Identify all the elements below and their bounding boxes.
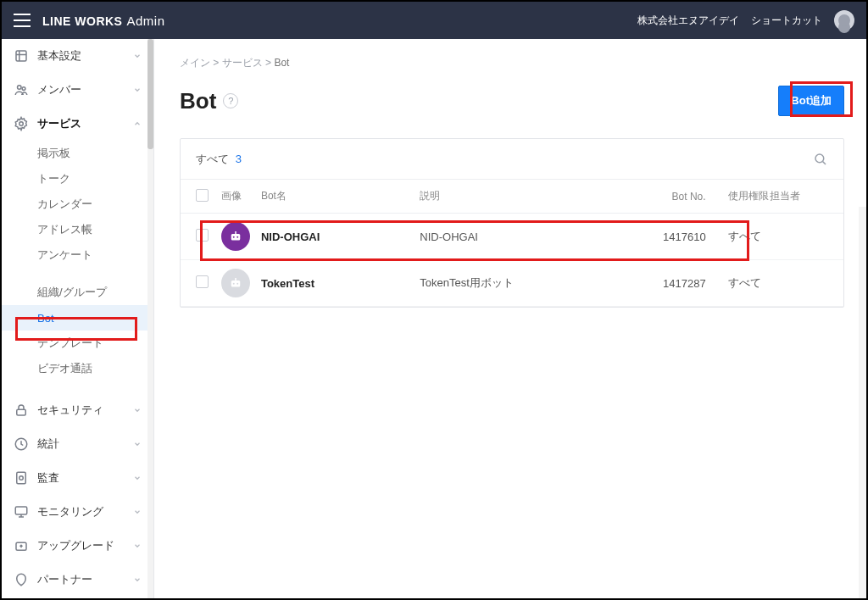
chevron-down-icon [133, 440, 142, 448]
company-name: 株式会社エヌアイデイ [637, 14, 739, 28]
bot-perm: すべて [706, 275, 770, 291]
lock-icon [14, 403, 29, 418]
bot-name: NID-OHGAI [261, 231, 420, 243]
col-image: 画像 [221, 189, 261, 203]
page-title: Bot [180, 88, 216, 114]
clock-icon [14, 436, 29, 452]
svg-rect-15 [231, 281, 240, 287]
sidebar-sub-template[interactable]: テンプレート [2, 331, 153, 356]
chevron-down-icon [133, 542, 142, 550]
col-no: Bot No. [646, 191, 706, 203]
breadcrumb-current: Bot [274, 57, 289, 69]
bot-name: TokenTest [261, 277, 420, 290]
svg-point-1 [18, 86, 22, 90]
main-content: メイン > サービス > Bot Bot ? Bot追加 すべて 3 [154, 39, 866, 598]
svg-point-10 [815, 154, 824, 163]
bot-no: 1417287 [646, 277, 706, 290]
select-all-checkbox[interactable] [196, 189, 209, 202]
app-header: LINE WORKS Admin 株式会社エヌアイデイ ショートカット [2, 2, 866, 39]
sidebar-item-stats[interactable]: 統計 [2, 427, 153, 461]
svg-point-3 [19, 122, 24, 126]
breadcrumb-item[interactable]: メイン [180, 57, 210, 69]
table-header: 画像 Bot名 説明 Bot No. 使用権限 担当者 [181, 180, 843, 214]
chevron-down-icon [133, 474, 142, 482]
settings-basic-icon [14, 48, 29, 64]
sidebar-sub-video[interactable]: ビデオ通話 [2, 356, 153, 381]
sidebar-item-basic[interactable]: 基本設定 [2, 39, 153, 73]
shortcut-link[interactable]: ショートカット [751, 14, 822, 28]
brand-sub: Admin [126, 14, 164, 28]
filter-all[interactable]: すべて 3 [196, 152, 242, 167]
svg-rect-8 [15, 507, 27, 514]
brand: LINE WORKS Admin [42, 14, 164, 28]
brand-main: LINE WORKS [42, 14, 122, 28]
svg-point-13 [236, 236, 238, 238]
search-icon[interactable] [813, 152, 828, 167]
sidebar-sub-talk[interactable]: トーク [2, 166, 153, 192]
row-checkbox[interactable] [196, 229, 209, 242]
members-icon [14, 82, 29, 97]
sidebar-item-audit[interactable]: 監査 [2, 461, 153, 495]
svg-rect-14 [235, 231, 236, 234]
bot-list-panel: すべて 3 画像 Bot名 説明 Bot No. 使用権限 担当者 [180, 138, 844, 308]
chevron-down-icon [133, 575, 142, 584]
help-icon[interactable]: ? [223, 93, 238, 108]
sidebar-sub-bot[interactable]: Bot [2, 305, 153, 331]
bot-desc: TokenTest用ボット [420, 275, 645, 291]
monitor-icon [14, 504, 29, 519]
gear-icon [14, 116, 29, 131]
col-perm: 使用権限 [706, 189, 770, 203]
sidebar: 基本設定 メンバー サービス 掲示板 トーク カレンダー アドレス帳 アンケート… [2, 39, 154, 598]
user-avatar-icon[interactable] [834, 10, 854, 31]
table-row[interactable]: TokenTest TokenTest用ボット 1417287 すべて [181, 260, 843, 307]
menu-icon[interactable] [14, 14, 31, 27]
sidebar-item-partner[interactable]: パートナー [2, 563, 153, 597]
svg-point-17 [236, 283, 238, 285]
sidebar-sub-survey[interactable]: アンケート [2, 242, 153, 268]
bot-avatar-icon [221, 269, 250, 297]
svg-rect-4 [17, 409, 26, 415]
add-bot-button[interactable]: Bot追加 [778, 86, 844, 116]
breadcrumb-item[interactable]: サービス [222, 57, 263, 69]
col-mgr: 担当者 [770, 189, 828, 203]
svg-point-7 [19, 476, 24, 481]
svg-rect-18 [235, 278, 236, 281]
svg-rect-11 [231, 234, 240, 241]
main-scrollbar-track [859, 207, 866, 598]
sidebar-scrollbar-thumb[interactable] [147, 39, 153, 149]
partner-icon [14, 572, 29, 587]
bot-avatar-icon [221, 222, 250, 251]
filter-count: 3 [236, 153, 242, 165]
sidebar-sub-board[interactable]: 掲示板 [2, 141, 153, 166]
bot-desc: NID-OHGAI [420, 231, 645, 243]
svg-rect-0 [16, 51, 26, 61]
row-checkbox[interactable] [196, 275, 209, 288]
audit-icon [14, 470, 29, 486]
bot-perm: すべて [706, 229, 770, 244]
sidebar-sub-org[interactable]: 組織/グループ [2, 280, 153, 305]
sidebar-item-members[interactable]: メンバー [2, 73, 153, 107]
chevron-down-icon [133, 406, 142, 414]
table-row[interactable]: NID-OHGAI NID-OHGAI 1417610 すべて [181, 214, 843, 260]
sidebar-sub-contacts[interactable]: アドレス帳 [2, 217, 153, 242]
bot-no: 1417610 [646, 231, 706, 243]
chevron-up-icon [133, 119, 142, 128]
sidebar-item-security[interactable]: セキュリティ [2, 393, 153, 427]
sidebar-sub-calendar[interactable]: カレンダー [2, 192, 153, 217]
svg-point-16 [232, 283, 234, 285]
sidebar-item-service[interactable]: サービス [2, 107, 153, 141]
svg-rect-6 [17, 472, 26, 484]
svg-point-12 [232, 236, 234, 238]
chevron-down-icon [133, 508, 142, 516]
sidebar-item-monitoring[interactable]: モニタリング [2, 495, 153, 529]
sidebar-item-upgrade[interactable]: アップグレード [2, 529, 153, 563]
upgrade-icon [14, 538, 29, 553]
chevron-down-icon [133, 52, 142, 60]
chevron-down-icon [133, 86, 142, 94]
col-desc: 説明 [420, 189, 645, 203]
breadcrumb: メイン > サービス > Bot [180, 56, 844, 70]
svg-point-2 [22, 87, 25, 91]
col-name: Bot名 [261, 189, 420, 203]
